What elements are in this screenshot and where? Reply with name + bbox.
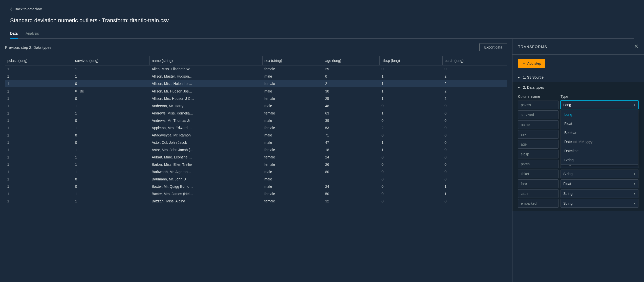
column-name-input[interactable]	[518, 140, 559, 149]
type-select[interactable]: Float▼	[561, 179, 638, 188]
column-header[interactable]: name (string)	[150, 56, 262, 65]
chevron-left-icon	[10, 7, 13, 11]
chevron-down-icon: ▼	[633, 202, 636, 205]
table-cell: 1	[73, 198, 150, 205]
table-cell: 1	[5, 117, 73, 124]
table-cell: 1	[73, 110, 150, 117]
table-cell: 0	[379, 198, 442, 205]
add-step-button[interactable]: ＋ Add step	[518, 59, 545, 68]
dropdown-option[interactable]: Boolean	[561, 128, 638, 137]
table-cell: Baxter, Mrs. James (Hel…	[150, 190, 262, 198]
table-cell: 00	[73, 87, 150, 95]
table-cell: Andrews, Mr. Thomas Jr	[150, 117, 262, 124]
type-value: Long	[563, 103, 571, 107]
table-row[interactable]: 10Baxter, Mr. Quigg Edmo…male2401	[5, 183, 507, 190]
table-cell: 39	[323, 117, 379, 124]
column-name-input[interactable]	[518, 101, 559, 109]
table-cell: Astor, Mrs. John Jacob (…	[150, 146, 262, 154]
table-cell: 1	[379, 87, 442, 95]
table-cell: 0	[442, 102, 507, 110]
step-label: 2. Data types	[523, 85, 544, 89]
column-header[interactable]: sex (string)	[262, 56, 323, 65]
dropdown-option[interactable]: Long	[561, 110, 638, 119]
table-row[interactable]: 11Astor, Mrs. John Jacob (…female1810	[5, 146, 507, 154]
table-cell: 1	[5, 190, 73, 198]
table-cell: 1	[73, 146, 150, 154]
dropdown-option[interactable]: String	[561, 155, 638, 164]
table-cell: 1	[5, 65, 73, 73]
table-row[interactable]: 11Aubart, Mme. Leontine …female2400	[5, 154, 507, 161]
tab-analysis[interactable]: Analysis	[26, 29, 39, 39]
table-cell: 0	[379, 168, 442, 176]
column-name-input[interactable]	[518, 130, 559, 139]
column-header[interactable]: pclass (long)	[5, 56, 73, 65]
table-row[interactable]: 11Barber, Miss. Ellen 'Nellie'female2600	[5, 161, 507, 168]
column-name-input[interactable]	[518, 189, 559, 198]
table-cell: Artagaveytia, Mr. Ramon	[150, 132, 262, 139]
table-cell: 63	[323, 110, 379, 117]
dropdown-option[interactable]: Float	[561, 119, 638, 128]
table-cell: female	[262, 80, 323, 87]
chevron-down-icon: ▼	[633, 104, 636, 106]
column-header[interactable]: age (long)	[323, 56, 379, 65]
table-cell: 0	[442, 124, 507, 132]
table-row[interactable]: 10Astor, Col. John Jacobmale4710	[5, 139, 507, 146]
table-row[interactable]: 100Allison, Mr. Hudson Jos…male3012	[5, 87, 507, 95]
dropdown-option[interactable]: Datetime	[561, 146, 638, 155]
column-header[interactable]: parch (long)	[442, 56, 507, 65]
table-cell: 0	[442, 139, 507, 146]
column-name-input[interactable]	[518, 160, 559, 168]
table-cell: 0	[442, 65, 507, 73]
table-row[interactable]: 11Appleton, Mrs. Edward …female5320	[5, 124, 507, 132]
table-row[interactable]: 10Baumann, Mr. John Dmale00	[5, 176, 507, 183]
table-cell: female	[262, 154, 323, 161]
table-cell: 0	[73, 95, 150, 102]
table-row[interactable]: 10Andrews, Mr. Thomas Jrmale3900	[5, 117, 507, 124]
table-cell: 1	[5, 139, 73, 146]
table-cell: female	[262, 95, 323, 102]
table-row[interactable]: 10Allison, Miss. Helen Lor…female212	[5, 80, 507, 87]
column-header[interactable]: survived (long)	[73, 56, 150, 65]
column-name-input[interactable]	[518, 110, 559, 119]
dropdown-option[interactable]: Datedd-MM-yyyy	[561, 137, 638, 146]
table-cell: 0	[442, 117, 507, 124]
table-cell: male	[262, 102, 323, 110]
table-row[interactable]: 11Andrews, Miss. Kornelia…female6310	[5, 110, 507, 117]
table-cell: Anderson, Mr. Harry	[150, 102, 262, 110]
table-row[interactable]: 11Barkworth, Mr. Algerno…male8000	[5, 168, 507, 176]
back-link[interactable]: Back to data flow	[10, 7, 634, 11]
step-data-types[interactable]: ▾ 2. Data types	[512, 82, 644, 92]
table-row[interactable]: 11Allison, Master. Hudson…male012	[5, 73, 507, 80]
table-cell: 1	[5, 176, 73, 183]
column-header[interactable]: sibsp (long)	[379, 56, 442, 65]
table-cell: 25	[323, 95, 379, 102]
table-row[interactable]: 11Allen, Miss. Elisabeth W…female2900	[5, 65, 507, 73]
step-s3-source[interactable]: ▸ 1. S3 Source	[512, 72, 644, 82]
column-name-input[interactable]	[518, 199, 559, 208]
tab-data[interactable]: Data	[10, 29, 18, 39]
table-cell: Aubart, Mme. Leontine …	[150, 154, 262, 161]
table-row[interactable]: 11Bazzani, Miss. Albinafemale3200	[5, 198, 507, 205]
table-row[interactable]: 10Allison, Mrs. Hudson J C…female2512	[5, 95, 507, 102]
column-name-input[interactable]	[518, 179, 559, 188]
type-select[interactable]: String▼	[561, 199, 638, 208]
table-cell: 0	[442, 146, 507, 154]
column-name-input[interactable]	[518, 120, 559, 129]
table-row[interactable]: 11Anderson, Mr. Harrymale4800	[5, 102, 507, 110]
type-select[interactable]: Long▼	[561, 101, 638, 109]
table-row[interactable]: 11Baxter, Mrs. James (Hel…female5001	[5, 190, 507, 198]
previous-step-label: Previous step 2. Data types	[5, 45, 51, 50]
type-select[interactable]: String▼	[561, 170, 638, 178]
table-cell: 48	[323, 102, 379, 110]
table-cell: 2	[442, 80, 507, 87]
table-cell: Allison, Master. Hudson…	[150, 73, 262, 80]
table-row[interactable]: 10Artagaveytia, Mr. Ramonmale7100	[5, 132, 507, 139]
type-dropdown: LongFloatBooleanDatedd-MM-yyyyDatetimeSt…	[561, 110, 638, 165]
close-icon[interactable]: ✕	[634, 43, 638, 50]
table-cell: Allen, Miss. Elisabeth W…	[150, 65, 262, 73]
type-select[interactable]: String▼	[561, 189, 638, 198]
column-name-input[interactable]	[518, 150, 559, 158]
export-data-button[interactable]: Export data	[479, 43, 507, 51]
table-cell: 1	[73, 102, 150, 110]
column-name-input[interactable]	[518, 170, 559, 178]
